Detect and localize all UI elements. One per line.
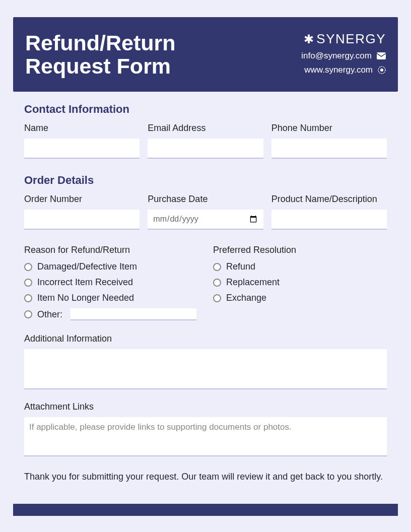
title-line1: Refund/Return [25,31,176,54]
contact-email: info@synergy.com [301,51,372,61]
radio-icon [213,263,221,271]
radio-icon [24,294,32,302]
name-label: Name [24,123,140,134]
order-number-label: Order Number [24,194,140,205]
resolution-option-replacement[interactable]: Replacement [213,277,387,288]
mail-icon [377,52,386,59]
additional-info-input[interactable] [24,349,387,389]
section-order-title: Order Details [24,174,387,187]
thank-you-message: Thank you for submitting your request. O… [24,472,387,482]
resolution-replacement-label: Replacement [226,277,280,288]
radio-icon [213,279,221,287]
purchase-date-input[interactable] [148,210,263,230]
resolution-label: Preferred Resolution [213,245,387,255]
order-number-input[interactable] [24,210,140,230]
reason-label: Reason for Refund/Return [24,245,198,255]
resolution-exchange-label: Exchange [226,293,266,303]
radio-icon [24,310,32,318]
form-header: Refund/Return Request Form ✱ SYNERGY inf… [13,17,398,92]
contact-website-line: www.synergy.com [301,65,386,75]
attachment-label: Attachment Links [24,402,387,412]
title-line2: Request Form [25,54,176,78]
footer-bar [13,504,398,516]
phone-label: Phone Number [271,123,387,134]
globe-icon [378,66,386,74]
reason-other-label: Other: [37,309,62,320]
reason-not-needed-label: Item No Longer Needed [37,293,134,303]
section-contact-title: Contact Information [24,103,387,116]
reason-option-not-needed[interactable]: Item No Longer Needed [24,293,198,303]
asterisk-icon: ✱ [304,32,315,46]
brand-name: SYNERGY [316,31,386,47]
resolution-refund-label: Refund [226,261,255,272]
email-input[interactable] [148,139,263,159]
email-label: Email Address [148,123,263,134]
reason-option-incorrect[interactable]: Incorrect Item Received [24,277,198,288]
svg-point-2 [380,69,383,72]
reason-option-other[interactable]: Other: [24,308,198,320]
contact-website: www.synergy.com [304,65,373,75]
product-label: Product Name/Description [271,194,387,205]
radio-icon [24,263,32,271]
reason-option-damaged[interactable]: Damaged/Defective Item [24,261,198,272]
product-input[interactable] [271,210,387,230]
radio-icon [213,294,221,302]
svg-rect-0 [377,52,386,59]
brand: ✱ SYNERGY [301,31,386,47]
purchase-date-label: Purchase Date [148,194,263,205]
reason-incorrect-label: Incorrect Item Received [37,277,133,288]
name-input[interactable] [24,139,140,159]
phone-input[interactable] [271,139,387,159]
page-title: Refund/Return Request Form [25,31,176,78]
resolution-option-refund[interactable]: Refund [213,261,387,272]
resolution-option-exchange[interactable]: Exchange [213,293,387,303]
radio-icon [24,279,32,287]
reason-other-input[interactable] [71,308,196,320]
header-right: ✱ SYNERGY info@synergy.com www.synergy.c… [301,31,386,78]
reason-damaged-label: Damaged/Defective Item [37,261,137,272]
contact-email-line: info@synergy.com [301,51,386,61]
attachment-input[interactable] [24,417,387,456]
additional-info-label: Additional Information [24,334,387,344]
